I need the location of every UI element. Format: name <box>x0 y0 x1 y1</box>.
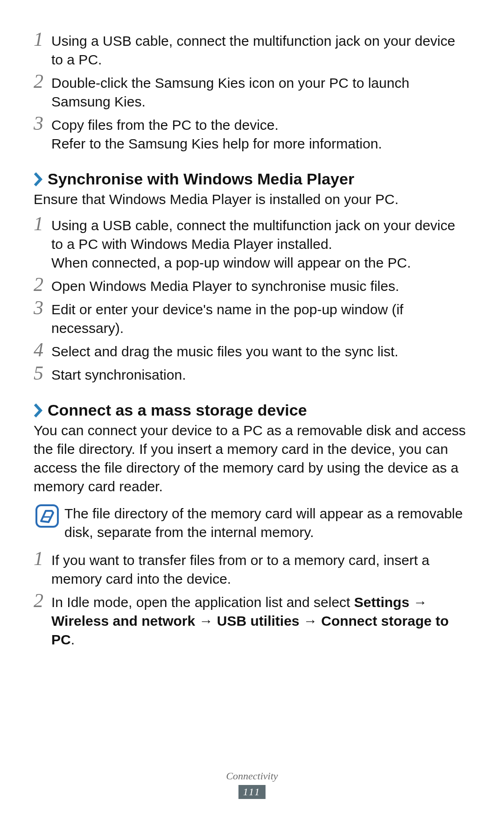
chevron-right-icon <box>34 172 44 186</box>
step-number: 3 <box>34 298 51 317</box>
section-heading: Connect as a mass storage device <box>34 401 470 419</box>
step-number: 1 <box>34 30 51 49</box>
note-row: The file directory of the memory card wi… <box>34 504 470 542</box>
step-item: 2 Double-click the Samsung Kies icon on … <box>34 74 470 111</box>
menu-path-item: Wireless and network <box>51 613 195 629</box>
step-item: 2 Open Windows Media Player to synchroni… <box>34 277 470 296</box>
arrow-icon: → <box>409 594 427 610</box>
section-intro: Ensure that Windows Media Player is inst… <box>34 190 470 209</box>
section-mass-storage: Connect as a mass storage device You can… <box>34 401 470 649</box>
svg-rect-0 <box>36 505 58 527</box>
note-text: The file directory of the memory card wi… <box>64 504 470 542</box>
step-number: 1 <box>34 214 51 233</box>
arrow-icon: → <box>195 613 217 629</box>
arrow-icon: → <box>300 613 322 629</box>
mass-steps-list: 1 If you want to transfer files from or … <box>34 551 470 649</box>
top-steps-list: 1 Using a USB cable, connect the multifu… <box>34 32 470 153</box>
section-heading: Synchronise with Windows Media Player <box>34 170 470 188</box>
page-footer: Connectivity 111 <box>0 770 504 799</box>
chevron-right-icon <box>34 403 44 417</box>
step-number: 3 <box>34 114 51 133</box>
step-text: In Idle mode, open the application list … <box>51 593 470 649</box>
note-icon <box>35 504 59 528</box>
step-text: Using a USB cable, connect the multifunc… <box>51 32 470 69</box>
step-item: 4 Select and drag the music files you wa… <box>34 342 470 361</box>
step-number: 1 <box>34 549 51 568</box>
menu-path-item: Settings <box>354 594 409 610</box>
step-item: 5 Start synchronisation. <box>34 366 470 384</box>
step-text: Start synchronisation. <box>51 366 470 384</box>
footer-chapter: Connectivity <box>0 770 504 782</box>
step-number: 5 <box>34 364 51 382</box>
step-number: 2 <box>34 72 51 91</box>
step-number: 2 <box>34 591 51 610</box>
step-text: Edit or enter your device's name in the … <box>51 300 470 338</box>
step-text: Select and drag the music files you want… <box>51 342 470 361</box>
step-text-prefix: In Idle mode, open the application list … <box>51 594 354 610</box>
manual-page: 1 Using a USB cable, connect the multifu… <box>0 0 504 827</box>
section-wmp: Synchronise with Windows Media Player En… <box>34 170 470 384</box>
page-number: 111 <box>238 785 266 799</box>
step-text: Open Windows Media Player to synchronise… <box>51 277 470 296</box>
step-item: 3 Copy files from the PC to the device. … <box>34 116 470 153</box>
step-item: 1 Using a USB cable, connect the multifu… <box>34 216 470 272</box>
step-item: 3 Edit or enter your device's name in th… <box>34 300 470 338</box>
step-text: If you want to transfer files from or to… <box>51 551 470 588</box>
step-item: 1 If you want to transfer files from or … <box>34 551 470 588</box>
step-number: 2 <box>34 275 51 294</box>
step-text: Double-click the Samsung Kies icon on yo… <box>51 74 470 111</box>
step-number: 4 <box>34 340 51 359</box>
step-text: Using a USB cable, connect the multifunc… <box>51 216 470 272</box>
step-text-suffix: . <box>71 632 75 647</box>
section-intro: You can connect your device to a PC as a… <box>34 421 470 496</box>
step-text: Copy files from the PC to the device. Re… <box>51 116 470 153</box>
step-item: 1 Using a USB cable, connect the multifu… <box>34 32 470 69</box>
menu-path-item: USB utilities <box>217 613 300 629</box>
section-heading-text: Connect as a mass storage device <box>48 401 307 419</box>
section-heading-text: Synchronise with Windows Media Player <box>48 170 354 188</box>
wmp-steps-list: 1 Using a USB cable, connect the multifu… <box>34 216 470 384</box>
step-item: 2 In Idle mode, open the application lis… <box>34 593 470 649</box>
